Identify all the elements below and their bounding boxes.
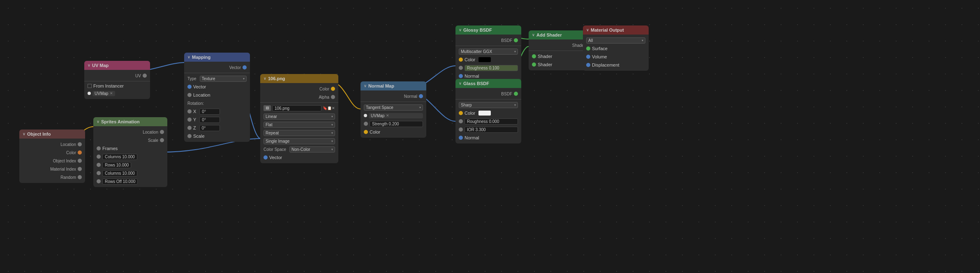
sprites-scale-label: Scale	[97, 138, 158, 143]
image-projection-dropdown[interactable]: Flat	[263, 122, 335, 128]
output-displacement-label: Displacement	[592, 62, 619, 67]
mapping-x-socket[interactable]	[187, 109, 192, 113]
normal-out-socket[interactable]	[419, 94, 423, 98]
uvmap-header: ∨ UV Map	[84, 61, 150, 70]
addshader-shader1-socket[interactable]	[532, 54, 536, 58]
glossy-normal-socket[interactable]	[459, 74, 463, 78]
image-collapse-icon[interactable]: ∨	[263, 76, 266, 81]
sprites-columns1-field[interactable]: Columns 10.000	[102, 154, 137, 160]
sprites-frames-socket[interactable]	[97, 146, 101, 150]
uvmap-tag[interactable]: UVMap ✕	[92, 91, 115, 96]
mapping-type-dropdown[interactable]: Texture	[200, 76, 247, 82]
mapping-title: Mapping	[192, 55, 210, 60]
mapping-vector-out-socket[interactable]	[243, 65, 247, 69]
mapping-y-socket[interactable]	[187, 118, 192, 122]
mapping-scale-socket[interactable]	[187, 134, 192, 138]
glass-color-socket[interactable]	[459, 111, 463, 115]
image-title: 106.png	[268, 76, 285, 81]
image-filename-field[interactable]: 106.png	[272, 105, 321, 111]
sprites-columns2-socket[interactable]	[97, 171, 101, 175]
random-socket[interactable]	[78, 175, 82, 179]
image-alpha-socket[interactable]	[331, 95, 335, 99]
mapping-location-socket[interactable]	[187, 93, 192, 97]
uv-socket-row: UV	[84, 72, 150, 80]
sprites-columns1-socket[interactable]	[97, 155, 101, 159]
image-colorspace-dropdown[interactable]: Non-Color	[289, 146, 335, 153]
color-socket[interactable]	[78, 150, 82, 155]
output-volume-socket[interactable]	[586, 55, 590, 59]
glossy-roughness-socket[interactable]	[459, 66, 463, 70]
mapping-rotation-label-row: Rotation:	[184, 99, 250, 107]
uvmap-dot[interactable]	[88, 92, 91, 95]
glass-ior-socket[interactable]	[459, 127, 463, 132]
glossy-color-swatch[interactable]	[478, 57, 491, 62]
normalmap-uv-close[interactable]: ✕	[386, 113, 389, 118]
glossy-dist-row: Multiscatter GGX	[455, 47, 521, 56]
glass-roughness-socket[interactable]	[459, 119, 463, 123]
glossy-color-socket[interactable]	[459, 58, 463, 62]
image-projection-val: Flat	[266, 123, 273, 127]
sprites-rows-label: Rows	[105, 163, 115, 167]
sprites-collapse-icon[interactable]: ∨	[97, 120, 99, 124]
normalmap-uv-tag[interactable]: UVMap ✕	[369, 113, 423, 118]
glossy-dist-dropdown[interactable]: Multiscatter GGX	[459, 49, 518, 55]
addshader-shader2-socket[interactable]	[532, 62, 536, 67]
sprites-location-socket[interactable]	[160, 130, 164, 134]
objectinfo-collapse-icon[interactable]: ∨	[23, 132, 25, 136]
sprites-columns2-field[interactable]: Columns 10.000	[102, 170, 137, 176]
glass-collapse-icon[interactable]: ∨	[459, 81, 462, 86]
normalmap-color-socket[interactable]	[364, 130, 368, 134]
mapping-vector-in-socket[interactable]	[187, 85, 192, 89]
output-surface-label: Surface	[592, 46, 608, 51]
glass-bsdf-socket[interactable]	[514, 92, 518, 96]
objectindex-socket[interactable]	[78, 159, 82, 163]
mapping-y-field[interactable]: 0°	[199, 117, 220, 123]
sprites-rowsoff-field[interactable]: Rows Off 10.000	[102, 178, 138, 185]
glass-ior-field[interactable]: IOR 3.300	[465, 127, 518, 133]
normalmap-collapse-icon[interactable]: ∨	[364, 84, 367, 88]
glass-roughness-field[interactable]: Roughness 0.000	[465, 118, 518, 125]
image-color-socket[interactable]	[331, 87, 335, 91]
mapping-z-field[interactable]: 0°	[199, 125, 220, 131]
output-all-dropdown[interactable]: All	[586, 37, 645, 44]
normalmap-strength-socket[interactable]	[364, 122, 368, 126]
output-surface-socket[interactable]	[586, 46, 590, 51]
output-volume-row: Volume	[583, 53, 649, 61]
normalmap-uv-dot[interactable]	[364, 114, 367, 117]
image-vector-label: Vector	[269, 155, 282, 160]
normalmap-strength-field[interactable]: Strength 0.200	[370, 121, 423, 127]
image-icons[interactable]: 🔖📋✕	[323, 106, 335, 110]
normalmap-space-dropdown[interactable]: Tangent Space	[364, 104, 423, 111]
location-socket[interactable]	[78, 142, 82, 146]
image-interpolation-dropdown[interactable]: Linear	[263, 113, 335, 120]
sprites-scale-socket[interactable]	[160, 138, 164, 142]
glass-dist-dropdown[interactable]: Sharp	[459, 102, 518, 108]
image-extension-dropdown[interactable]: Repeat	[263, 130, 335, 136]
from-instancer-checkbox[interactable]	[88, 84, 92, 88]
uvmap-tag-close[interactable]: ✕	[110, 91, 113, 95]
glossy-collapse-icon[interactable]: ∨	[459, 28, 462, 32]
materialindex-socket[interactable]	[78, 167, 82, 171]
glossy-bsdf-socket[interactable]	[514, 38, 518, 42]
image-icon[interactable]: 🖼	[263, 105, 271, 111]
glossy-roughness-field[interactable]: Roughness 0.100	[465, 65, 518, 71]
glass-color-swatch[interactable]	[478, 111, 491, 116]
addshader-collapse-icon[interactable]: ∨	[532, 33, 535, 37]
glass-normal-socket[interactable]	[459, 136, 463, 140]
mapping-y-val: 0°	[202, 118, 206, 122]
sprites-rowsoff-socket[interactable]	[97, 179, 101, 183]
mapping-z-socket[interactable]	[187, 126, 192, 130]
sprites-columns2-row: Columns 10.000	[93, 169, 167, 177]
output-displacement-socket[interactable]	[586, 63, 590, 67]
glossy-roughness-row: Roughness 0.100	[455, 64, 521, 72]
output-collapse-icon[interactable]: ∨	[586, 28, 589, 32]
collapse-icon[interactable]: ∨	[88, 63, 90, 67]
image-source-dropdown[interactable]: Single Image	[263, 138, 335, 144]
sprites-rows-socket[interactable]	[97, 163, 101, 167]
mapping-collapse-icon[interactable]: ∨	[187, 55, 190, 59]
image-vector-socket[interactable]	[263, 155, 268, 160]
sprites-rows-field[interactable]: Rows 10.000	[102, 162, 131, 168]
mapping-x-field[interactable]: 0°	[199, 109, 220, 115]
uv-socket[interactable]	[143, 74, 147, 78]
sprites-rowsoff-val: 10.000	[123, 179, 136, 184]
